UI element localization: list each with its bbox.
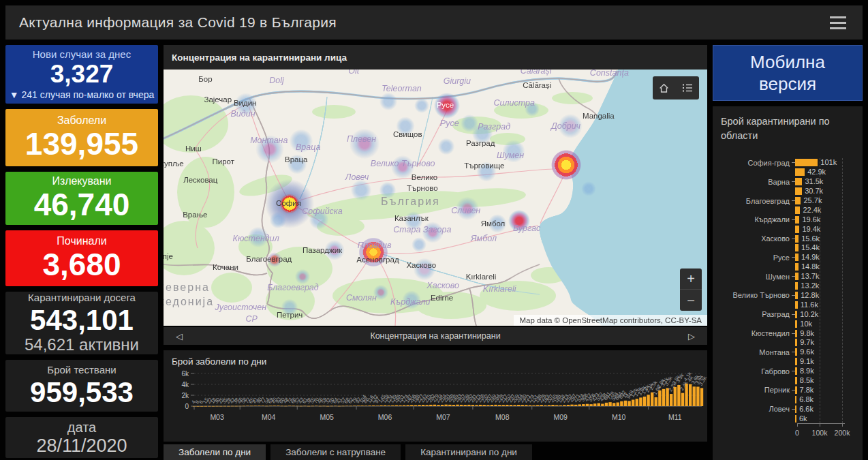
daily-chart-title: Брой заболели по дни [164,350,707,367]
svg-text:4k: 4k [181,381,189,388]
region-row: Разград10.2k [721,309,857,319]
region-value: 22.4k [803,206,821,214]
region-row: 30.7k [721,187,857,196]
region-row: 9.1k [721,357,857,367]
region-value: 15.4k [801,244,820,251]
svg-text:M07: M07 [436,413,450,421]
region-bar-zone: 13.2k [795,282,857,290]
region-value: 25.7k [803,197,822,204]
zoom-out-button[interactable]: − [680,290,702,311]
stat-value: 139,955 [25,127,138,162]
stat-subtitle: 54,621 активни [25,335,139,354]
region-bar [795,244,799,251]
region-value: 9.7k [800,339,814,346]
stat-subtitle: ▼ 241 случая по-малко от вчера [10,89,155,100]
region-row: 13.2k [721,281,857,291]
svg-text:M11: M11 [668,413,682,421]
region-chart-axis: 0100k200k [797,423,845,441]
region-row: 14.8k [721,262,857,272]
region-bar [795,206,800,214]
region-row: 10k [721,319,857,328]
region-bar-zone: 14.9k [795,254,857,261]
region-bar [795,168,805,176]
region-label: Кюстендил [721,329,792,337]
region-bar-zone: 15.6k [795,235,857,243]
region-bar [795,386,797,394]
region-value: 6.8k [799,396,813,403]
region-label: Велико Търново [721,291,792,299]
svg-text:M04: M04 [262,413,276,421]
region-value: 15.6k [801,235,820,243]
region-bar-chart: София-град101k42.9kВарна31.5k30.7kБлагое… [721,158,857,423]
svg-text:M08: M08 [495,413,510,421]
region-value: 6.6k [799,405,813,413]
stat-value: 543,101 [30,305,134,335]
region-row: 22.4k [721,205,857,215]
region-bar [795,320,797,328]
region-bar-zone: 15.4k [795,244,857,251]
svg-text:M06: M06 [378,413,392,421]
region-value: 9.6k [800,348,814,356]
region-bar-zone: 9.8k [795,330,857,337]
region-bar-zone: 8.9k [795,367,857,375]
region-bar [795,301,798,309]
stats-column: Нови случаи за днес3,327▼ 241 случая по-… [5,45,158,458]
stat-card-tested: Брой тествани959,533 [5,360,158,412]
region-row: Шумен13.7k [721,272,857,281]
map-carousel: ◁ Концентрация на карантинирани ▷ [164,327,707,345]
daily-cases-chart: 02k4k6k486152218302535284238465872658190… [164,367,707,433]
region-row: 42.9k [721,168,857,177]
map-attribution: Map data © OpenStreetMap contributors, C… [514,315,707,326]
hamburger-menu-icon[interactable] [827,14,849,32]
axis-tick-label: 0 [795,429,799,437]
region-value: 11.6k [801,301,818,309]
region-bar [795,339,797,346]
region-value: 7.8k [800,386,814,394]
tab-1[interactable]: Заболели по дни [164,444,266,460]
region-label: Габрово [721,367,792,375]
region-label: Шумен [721,273,792,281]
region-bar-zone: 10.2k [795,311,857,318]
region-bar [795,311,797,318]
region-bar-zone: 6.8k [795,396,857,403]
svg-text:0: 0 [185,403,189,410]
region-bar [795,273,799,280]
home-icon[interactable] [657,81,671,95]
region-row: Кюстендил9.8k [721,328,857,338]
region-bar-zone: 101k [795,159,857,166]
region-bar [795,187,802,195]
zoom-in-button[interactable]: + [680,269,702,290]
carousel-next-icon[interactable]: ▷ [685,331,698,341]
region-label: Ловеч [721,405,792,413]
region-label: Русе [721,254,792,262]
region-bar [795,197,801,204]
region-value: 19.6k [802,216,820,224]
legend-icon[interactable] [680,81,695,95]
map-panel: Концентрация на карантинирани лица [164,45,707,326]
region-bar [795,330,797,337]
stat-value: 959,533 [30,377,134,408]
region-value: 14.9k [801,254,820,261]
region-value: 9.1k [800,358,814,365]
region-bar [795,292,798,299]
stat-card-new_cases: Нови случаи за днес3,327▼ 241 случая по-… [5,45,158,104]
region-bar [795,348,797,356]
region-bar [795,263,799,271]
stat-title: Брой тествани [47,364,116,377]
map-canvas[interactable]: OltDoljTeleormanGiurgiuCălărașiCălărașiC… [164,70,707,326]
region-bar [795,235,799,243]
tab-2[interactable]: Заболели с натрупване [270,444,401,460]
region-value: 12.8k [801,292,819,299]
stat-card-recovered: Излекувани46,740 [5,172,158,225]
stat-title: Заболели [57,114,106,127]
mobile-version-button[interactable]: Мобилна версия [713,45,863,101]
region-row: 8.5k [721,376,857,386]
carousel-prev-icon[interactable]: ◁ [173,331,185,341]
region-bar [795,178,802,185]
region-chart-title: Брой карантинирани по области [721,114,840,143]
region-bar-zone: 9.1k [795,358,857,365]
region-value: 101k [820,159,837,166]
tab-3[interactable]: Карантинирани по дни [405,444,532,460]
region-bar-zone: 9.6k [795,348,857,356]
region-label: Кърджали [721,215,792,224]
